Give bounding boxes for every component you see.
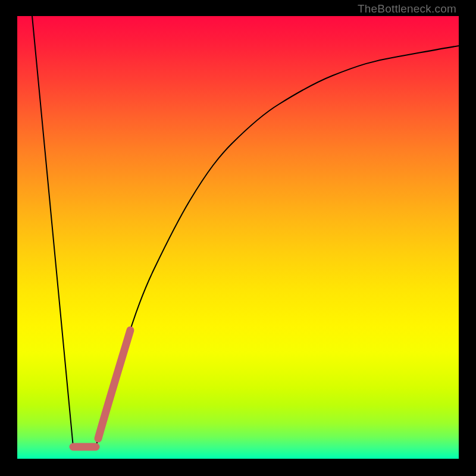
highlight-segment-rise	[98, 330, 130, 439]
chart-frame: TheBottleneck.com	[0, 0, 476, 476]
bottleneck-curve	[32, 16, 459, 447]
watermark-text: TheBottleneck.com	[358, 2, 456, 15]
chart-svg	[17, 16, 459, 459]
plot-area	[17, 16, 459, 459]
